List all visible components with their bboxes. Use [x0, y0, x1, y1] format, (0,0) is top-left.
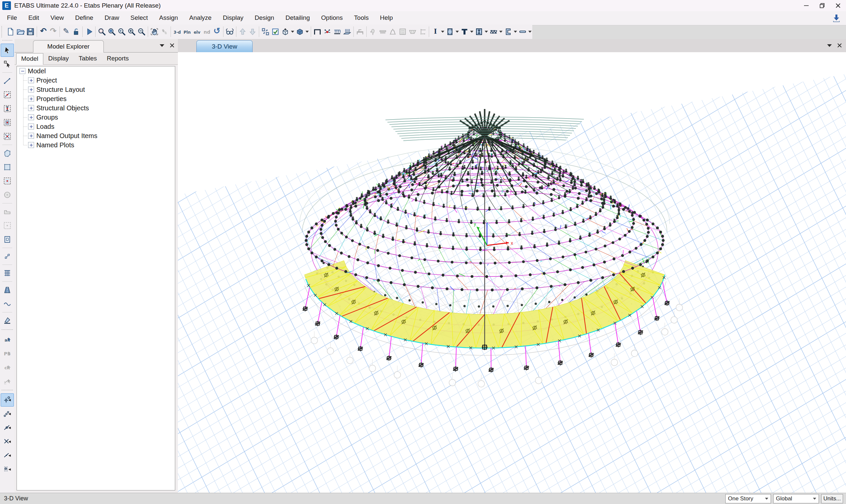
rubber-band-zoom-icon[interactable]	[97, 25, 107, 38]
display-options-icon[interactable]	[225, 25, 235, 38]
tree-node-structural-objects[interactable]: Structural Objects	[17, 103, 175, 113]
draw-door-window-icon[interactable]	[1, 233, 14, 246]
channel-section-icon[interactable]	[503, 25, 518, 38]
rotate-3d-view-icon[interactable]: ↺	[212, 25, 222, 38]
assign-shell-loads-icon[interactable]	[342, 25, 352, 38]
expand-icon[interactable]	[28, 96, 34, 102]
view-elevation-icon[interactable]: elv	[192, 25, 202, 38]
expand-icon[interactable]	[28, 124, 34, 129]
draw-rect-area-icon[interactable]	[1, 161, 14, 174]
tree-node-structure-layout[interactable]: Structure Layout	[17, 85, 175, 94]
menu-help[interactable]: Help	[374, 11, 398, 24]
view-tab-dropdown-icon[interactable]	[827, 44, 832, 47]
draw-link-icon[interactable]	[1, 250, 14, 263]
menu-tools[interactable]: Tools	[348, 11, 374, 24]
expand-icon[interactable]	[28, 77, 34, 83]
explorer-close-icon[interactable]	[170, 43, 175, 48]
rect-section-icon[interactable]	[445, 25, 460, 38]
toolbar-drag-handle[interactable]	[1, 26, 4, 37]
tree-node-groups[interactable]: Groups	[17, 113, 175, 122]
quick-draw-braces-icon[interactable]	[1, 130, 14, 143]
expand-icon[interactable]	[28, 105, 34, 111]
menu-design[interactable]: Design	[249, 11, 280, 24]
extrude-view-icon[interactable]	[280, 25, 295, 38]
story-selector[interactable]: One Story	[725, 494, 771, 503]
select-all-icon[interactable]: all	[1, 333, 14, 346]
quick-draw-secondary-beams-icon[interactable]	[1, 116, 14, 129]
run-analysis-icon[interactable]	[84, 25, 94, 38]
maximize-restore-icon[interactable]	[814, 0, 830, 11]
draw-dimension-icon[interactable]	[1, 314, 14, 327]
draw-portal-frame-icon[interactable]	[312, 25, 322, 38]
expand-icon[interactable]	[28, 114, 34, 120]
menu-view[interactable]: View	[45, 11, 69, 24]
menu-assign[interactable]: Assign	[153, 11, 184, 24]
explorer-menu-dropdown-icon[interactable]	[160, 44, 164, 47]
object-display-options-icon[interactable]	[271, 25, 280, 38]
expand-icon[interactable]	[28, 133, 34, 139]
quick-draw-area-icon[interactable]	[1, 174, 14, 187]
edit-pen-icon[interactable]: ✎	[61, 25, 71, 38]
draw-toolbar-drag-handle[interactable]	[2, 40, 12, 43]
assign-frame-loads-icon[interactable]	[332, 25, 342, 38]
dropdown-arrow-icon[interactable]	[514, 31, 517, 33]
tee-section-icon[interactable]	[460, 25, 474, 38]
menu-detailing[interactable]: Detailing	[280, 11, 315, 24]
encased-section-icon[interactable]	[474, 25, 489, 38]
snap-to-intersections-icon[interactable]	[1, 421, 14, 434]
undo-icon[interactable]: ↶	[38, 25, 48, 38]
coord-system-selector[interactable]: Global	[773, 494, 819, 503]
draw-frame-icon[interactable]	[1, 74, 14, 88]
collapse-icon[interactable]	[19, 68, 25, 74]
menu-options[interactable]: Options	[315, 11, 348, 24]
snap-to-midpoints-icon[interactable]	[1, 407, 14, 420]
zoom-out-icon[interactable]	[137, 25, 146, 38]
menu-edit[interactable]: Edit	[23, 11, 45, 24]
tree-node-named-plots[interactable]: Named Plots	[17, 140, 175, 150]
select-pointer-icon[interactable]	[1, 43, 14, 57]
view-close-icon[interactable]	[837, 43, 842, 48]
open-file-icon[interactable]	[16, 25, 25, 38]
download-icon[interactable]	[832, 14, 841, 22]
restore-full-view-icon[interactable]	[107, 25, 117, 38]
model-3d-view-canvas[interactable]: yx	[178, 52, 846, 493]
explorer-tab-reports[interactable]: Reports	[102, 53, 134, 65]
dropdown-arrow-icon[interactable]	[441, 31, 444, 33]
expand-icon[interactable]	[28, 87, 34, 92]
tree-node-named-output-items[interactable]: Named Output Items	[17, 131, 175, 140]
draw-polygon-area-icon[interactable]	[1, 147, 14, 160]
menu-define[interactable]: Define	[69, 11, 99, 24]
explorer-tab-display[interactable]: Display	[43, 53, 74, 65]
expand-icon[interactable]	[28, 142, 34, 148]
menu-analyze[interactable]: Analyze	[184, 11, 217, 24]
snap-to-grid-icon[interactable]	[1, 463, 14, 476]
cube-view-icon[interactable]	[295, 25, 309, 38]
menu-file[interactable]: File	[1, 11, 23, 24]
tree-node-root[interactable]: Model	[17, 66, 175, 76]
new-model-icon[interactable]	[6, 25, 16, 38]
shrink-objects-icon[interactable]	[260, 25, 271, 38]
model-explorer-title-tab[interactable]: Model Explorer	[33, 40, 104, 53]
previous-zoom-icon[interactable]	[117, 25, 127, 38]
assign-joint-loads-icon[interactable]	[322, 25, 332, 38]
pan-icon[interactable]	[150, 25, 159, 38]
draw-spandrel-icon[interactable]	[1, 297, 14, 310]
menu-draw[interactable]: Draw	[99, 11, 125, 24]
tree-node-project[interactable]: Project	[17, 76, 175, 85]
dropdown-arrow-icon[interactable]	[528, 31, 532, 33]
minimize-icon[interactable]	[798, 0, 814, 11]
menu-display[interactable]: Display	[217, 11, 249, 24]
dropdown-arrow-icon[interactable]	[470, 31, 473, 33]
dropdown-arrow-icon[interactable]	[485, 31, 488, 33]
bar-section-icon[interactable]	[518, 25, 532, 38]
tree-node-properties[interactable]: Properties	[17, 94, 175, 103]
view-3d-icon[interactable]: 3-d	[172, 25, 182, 38]
dropdown-arrow-icon[interactable]	[291, 31, 294, 33]
draw-grid-icon[interactable]	[1, 267, 14, 280]
truss-section-icon[interactable]	[489, 25, 503, 38]
dropdown-arrow-icon[interactable]	[499, 31, 502, 33]
view-plan-icon[interactable]: Pln	[182, 25, 192, 38]
snap-to-perpendicular-icon[interactable]	[1, 435, 14, 448]
quick-draw-frame-icon[interactable]	[1, 88, 14, 102]
snap-to-lines-icon[interactable]	[1, 449, 14, 462]
